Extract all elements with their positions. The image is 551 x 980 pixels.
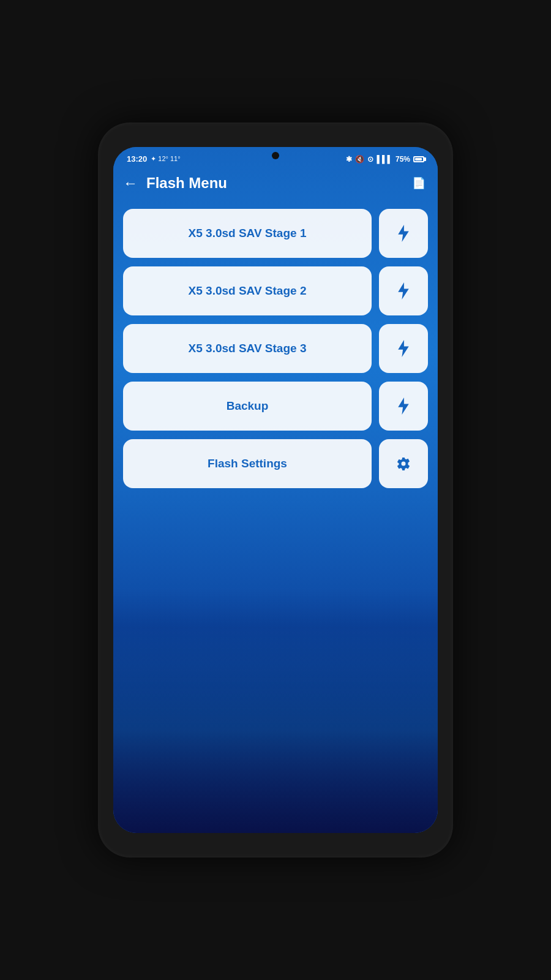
bolt-icon [397, 398, 410, 415]
stage2-flash-button[interactable] [379, 266, 428, 315]
page-title: Flash Menu [146, 175, 227, 192]
mute-icon: 🔇 [355, 155, 364, 164]
stage3-button[interactable]: X5 3.0sd SAV Stage 3 [123, 324, 372, 373]
camera-notch [272, 152, 279, 159]
status-extras: ✦ 12° 11° [151, 155, 180, 163]
menu-row-flash-settings: Flash Settings [123, 439, 428, 488]
battery-percent: 75% [395, 155, 410, 164]
stage1-button[interactable]: X5 3.0sd SAV Stage 1 [123, 209, 372, 258]
bluetooth-icon: ✱ [346, 155, 352, 164]
status-right: ✱ 🔇 ⊙ ▌▌▌ 75% [346, 155, 424, 164]
menu-row-stage1: X5 3.0sd SAV Stage 1 [123, 209, 428, 258]
battery-icon [413, 156, 424, 162]
wifi-icon: ⊙ [367, 155, 373, 164]
signal-icon: ▌▌▌ [377, 155, 392, 164]
bolt-icon [397, 282, 410, 300]
app-header: ← Flash Menu 📄 [113, 168, 438, 203]
menu-content: X5 3.0sd SAV Stage 1 X5 3.0sd SAV Stage … [113, 203, 438, 494]
bolt-icon [397, 340, 410, 357]
backup-flash-button[interactable] [379, 382, 428, 431]
status-left: 13:20 ✦ 12° 11° [127, 154, 181, 164]
phone-frame: 13:20 ✦ 12° 11° ✱ 🔇 ⊙ ▌▌▌ 75% ← Flash Me… [98, 123, 453, 858]
menu-row-stage2: X5 3.0sd SAV Stage 2 [123, 266, 428, 315]
phone-screen: 13:20 ✦ 12° 11° ✱ 🔇 ⊙ ▌▌▌ 75% ← Flash Me… [113, 147, 438, 833]
back-button[interactable]: ← [123, 175, 138, 192]
gear-icon [396, 456, 411, 471]
flash-settings-gear-button[interactable] [379, 439, 428, 488]
stage2-button[interactable]: X5 3.0sd SAV Stage 2 [123, 266, 372, 315]
bolt-icon [397, 225, 410, 242]
time-display: 13:20 [127, 154, 147, 164]
backup-button[interactable]: Backup [123, 382, 372, 431]
stage1-flash-button[interactable] [379, 209, 428, 258]
document-icon: 📄 [412, 176, 425, 190]
stage3-flash-button[interactable] [379, 324, 428, 373]
menu-row-backup: Backup [123, 382, 428, 431]
menu-row-stage3: X5 3.0sd SAV Stage 3 [123, 324, 428, 373]
flash-settings-button[interactable]: Flash Settings [123, 439, 372, 488]
